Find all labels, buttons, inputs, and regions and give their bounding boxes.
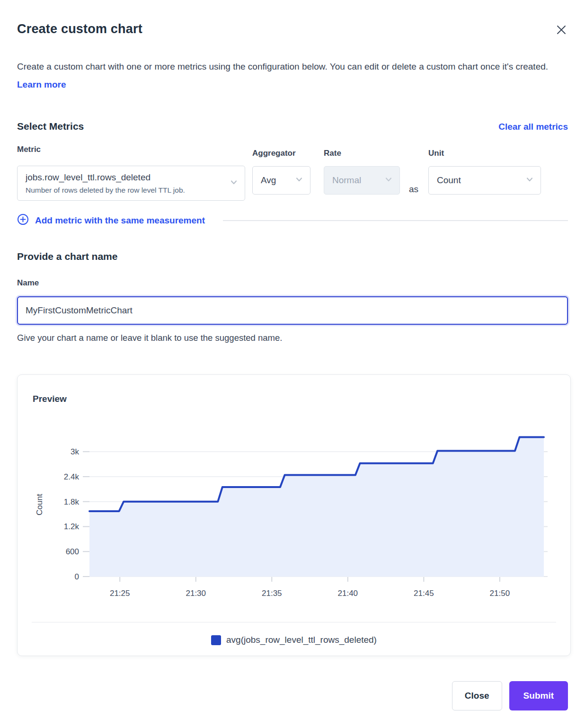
rate-column: Rate Normal xyxy=(317,149,400,195)
svg-text:Count: Count xyxy=(35,494,44,515)
svg-text:21:45: 21:45 xyxy=(414,589,434,598)
legend-divider xyxy=(32,622,556,622)
aggregator-column: Aggregator Avg xyxy=(252,149,310,195)
preview-chart-svg: 06001.2k1.8k2.4k3k21:2521:3021:3521:4021… xyxy=(18,412,571,601)
clear-all-metrics-link[interactable]: Clear all metrics xyxy=(498,122,568,132)
close-button[interactable] xyxy=(556,24,567,36)
legend-label: avg(jobs_row_level_ttl_rows_deleted) xyxy=(226,635,377,645)
add-metric-row: Add metric with the same measurement xyxy=(17,215,568,226)
metric-label: Metric xyxy=(17,145,245,154)
name-label: Name xyxy=(17,278,568,288)
select-metrics-heading: Select Metrics xyxy=(17,121,84,132)
svg-text:21:50: 21:50 xyxy=(490,589,510,598)
svg-text:3k: 3k xyxy=(71,447,79,456)
as-label: as xyxy=(409,184,419,195)
description-text: Create a custom chart with one or more m… xyxy=(17,62,548,71)
metric-select-value: jobs.row_level_ttl.rows_deleted xyxy=(26,172,226,183)
modal-footer: Close Submit xyxy=(17,681,568,710)
metric-column: Metric jobs.row_level_ttl.rows_deleted N… xyxy=(17,145,245,201)
page-title: Create custom chart xyxy=(17,22,568,36)
name-helper-text: Give your chart a name or leave it blank… xyxy=(17,333,568,343)
aggregator-select-value: Avg xyxy=(261,175,291,186)
unit-select-value: Count xyxy=(437,175,522,186)
rate-label: Rate xyxy=(324,149,400,158)
chevron-down-icon xyxy=(294,174,304,186)
chart-name-heading: Provide a chart name xyxy=(17,251,568,262)
chart-legend: avg(jobs_row_level_ttl_rows_deleted) xyxy=(18,635,570,645)
plus-circle-icon xyxy=(17,213,29,228)
submit-button[interactable]: Submit xyxy=(509,681,568,710)
modal-header: Create custom chart xyxy=(17,22,568,37)
modal-description: Create a custom chart with one or more m… xyxy=(17,58,560,94)
unit-select[interactable]: Count xyxy=(428,166,541,195)
preview-card: Preview 06001.2k1.8k2.4k3k21:2521:3021:3… xyxy=(17,374,571,656)
chevron-down-icon xyxy=(524,174,535,186)
svg-text:21:30: 21:30 xyxy=(186,589,206,598)
aggregator-select[interactable]: Avg xyxy=(252,166,310,195)
unit-column: Unit Count xyxy=(428,149,541,195)
svg-text:21:35: 21:35 xyxy=(262,589,282,598)
rate-select-value: Normal xyxy=(332,175,381,186)
close-footer-button[interactable]: Close xyxy=(452,681,502,710)
select-metrics-header: Select Metrics Clear all metrics xyxy=(17,121,568,132)
chart-name-input[interactable] xyxy=(17,296,568,325)
preview-heading: Preview xyxy=(33,394,570,404)
svg-text:1.8k: 1.8k xyxy=(64,497,80,506)
svg-text:1.2k: 1.2k xyxy=(64,522,80,531)
aggregator-label: Aggregator xyxy=(252,149,310,158)
svg-text:600: 600 xyxy=(66,547,79,556)
chevron-down-icon xyxy=(229,177,239,189)
learn-more-link[interactable]: Learn more xyxy=(17,80,66,89)
svg-text:2.4k: 2.4k xyxy=(64,472,80,481)
svg-text:0: 0 xyxy=(75,572,79,581)
svg-text:21:40: 21:40 xyxy=(338,589,358,598)
metric-config-row: Metric jobs.row_level_ttl.rows_deleted N… xyxy=(17,145,568,201)
add-metric-label: Add metric with the same measurement xyxy=(35,215,205,226)
metric-select[interactable]: jobs.row_level_ttl.rows_deleted Number o… xyxy=(17,166,245,201)
close-icon xyxy=(556,30,567,37)
metric-select-description: Number of rows deleted by the row level … xyxy=(26,186,226,195)
rate-select-disabled: Normal xyxy=(324,166,400,195)
chevron-down-icon xyxy=(383,174,394,186)
metric-divider xyxy=(223,220,568,221)
svg-text:21:25: 21:25 xyxy=(110,589,130,598)
legend-swatch xyxy=(211,635,221,645)
create-custom-chart-modal: Create custom chart Create a custom char… xyxy=(0,0,585,728)
add-metric-button[interactable]: Add metric with the same measurement xyxy=(17,213,205,228)
unit-label: Unit xyxy=(428,149,541,158)
